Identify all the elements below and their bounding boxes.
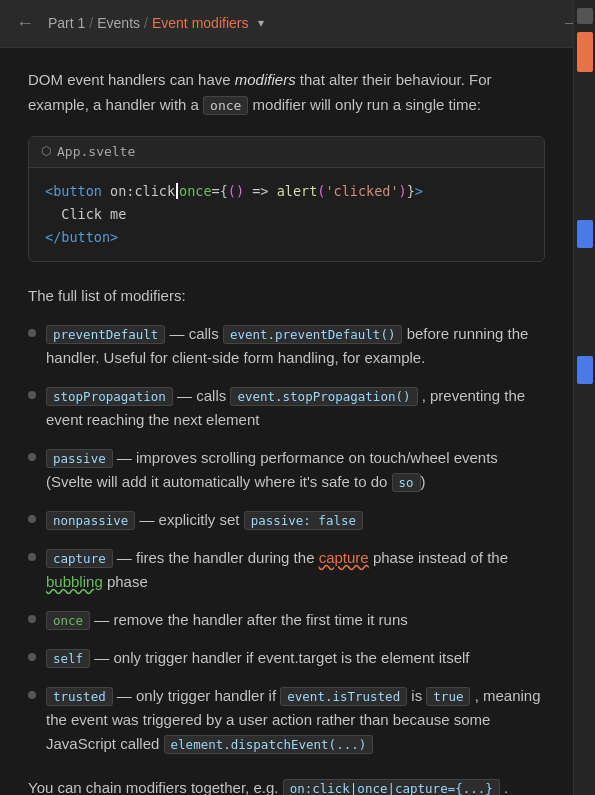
bullet-dot xyxy=(28,329,36,337)
modifier-code: once xyxy=(46,611,90,630)
bullet-dot xyxy=(28,515,36,523)
intro-em: modifiers xyxy=(235,71,296,88)
item-desc3: phase xyxy=(107,573,148,590)
item-desc2: is xyxy=(411,687,426,704)
top-navigation: ← Part 1 / Events / Event modifiers ▾ → xyxy=(0,0,595,48)
breadcrumb-part2: Events xyxy=(97,12,140,34)
sidebar-icon-1[interactable] xyxy=(577,8,593,24)
sidebar-icon-blue2[interactable] xyxy=(577,356,593,384)
bool-code: true xyxy=(426,687,470,706)
bottom-text-before: You can chain modifiers together, e.g. xyxy=(28,779,283,795)
back-button[interactable]: ← xyxy=(10,5,40,42)
bottom-text-after: . xyxy=(504,779,508,795)
bullet-dot xyxy=(28,691,36,699)
right-sidebar xyxy=(573,0,595,795)
list-item: capture — fires the handler during the c… xyxy=(28,546,545,594)
item-content: once — remove the handler after the firs… xyxy=(46,608,545,632)
so-code: so xyxy=(392,473,421,492)
list-item: stopPropagation — calls event.stopPropag… xyxy=(28,384,545,432)
bullet-dot xyxy=(28,391,36,399)
modifier-code: nonpassive xyxy=(46,511,135,530)
sidebar-icon-blue[interactable] xyxy=(577,220,593,248)
method-code: event.stopPropagation() xyxy=(230,387,417,406)
code-block-filename: App.svelte xyxy=(57,142,135,163)
item-desc: — remove the handler after the first tim… xyxy=(94,611,407,628)
item-content: capture — fires the handler during the c… xyxy=(46,546,545,594)
item-desc2: ) xyxy=(421,473,426,490)
capture-link[interactable]: capture xyxy=(319,549,369,566)
item-desc: — only trigger handler if event.target i… xyxy=(94,649,469,666)
value-code: passive: false xyxy=(244,511,363,530)
item-desc: — fires the handler during the xyxy=(117,549,319,566)
item-content: self — only trigger handler if event.tar… xyxy=(46,646,545,670)
intro-inline-code: once xyxy=(203,96,248,115)
list-item: self — only trigger handler if event.tar… xyxy=(28,646,545,670)
item-desc: — improves scrolling performance on touc… xyxy=(46,449,498,490)
modifier-code: stopPropagation xyxy=(46,387,173,406)
item-desc: — only trigger handler if xyxy=(117,687,280,704)
item-desc: — explicitly set xyxy=(139,511,243,528)
code-block: ⬡ App.svelte <button on:clickonce={() =>… xyxy=(28,136,545,263)
item-content: passive — improves scrolling performance… xyxy=(46,446,545,494)
code-line-2: Click me xyxy=(45,203,528,226)
section-heading: The full list of modifiers: xyxy=(28,284,545,308)
file-icon: ⬡ xyxy=(41,142,51,161)
list-item: preventDefault — calls event.preventDefa… xyxy=(28,322,545,370)
modifier-code: preventDefault xyxy=(46,325,165,344)
breadcrumb-sep1: / xyxy=(89,12,93,34)
list-item: passive — improves scrolling performance… xyxy=(28,446,545,494)
list-item: nonpassive — explicitly set passive: fal… xyxy=(28,508,545,532)
modifiers-list: preventDefault — calls event.preventDefa… xyxy=(28,322,545,756)
code-block-header: ⬡ App.svelte xyxy=(29,137,544,169)
method-code: event.preventDefault() xyxy=(223,325,403,344)
modifier-code: trusted xyxy=(46,687,113,706)
list-item: once — remove the handler after the firs… xyxy=(28,608,545,632)
breadcrumb-current: Event modifiers xyxy=(152,12,248,34)
bullet-dot xyxy=(28,615,36,623)
method-code: element.dispatchEvent(...) xyxy=(164,735,374,754)
bullet-dot xyxy=(28,653,36,661)
main-content: DOM event handlers can have modifiers th… xyxy=(0,48,573,795)
breadcrumb-sep2: / xyxy=(144,12,148,34)
modifier-code: passive xyxy=(46,449,113,468)
prop-code: event.isTrusted xyxy=(280,687,407,706)
breadcrumb-part1: Part 1 xyxy=(48,12,85,34)
item-desc: — calls xyxy=(177,387,230,404)
bubbling-link[interactable]: bubbling xyxy=(46,573,103,590)
bottom-line: You can chain modifiers together, e.g. o… xyxy=(28,776,545,795)
sidebar-icon-orange[interactable] xyxy=(577,32,593,72)
bullet-dot xyxy=(28,453,36,461)
breadcrumb: Part 1 / Events / Event modifiers ▾ xyxy=(48,12,547,34)
code-line-3: </button> xyxy=(45,226,528,249)
breadcrumb-dropdown-button[interactable]: ▾ xyxy=(258,14,264,33)
modifier-code: self xyxy=(46,649,90,668)
modifier-code: capture xyxy=(46,549,113,568)
item-content: preventDefault — calls event.preventDefa… xyxy=(46,322,545,370)
list-item: trusted — only trigger handler if event.… xyxy=(28,684,545,756)
bottom-code: on:click|once|capture={...} xyxy=(283,779,500,795)
item-desc2: phase instead of the xyxy=(373,549,508,566)
intro-text-end: modifier will only run a single time: xyxy=(253,96,481,113)
item-content: trusted — only trigger handler if event.… xyxy=(46,684,545,756)
intro-paragraph: DOM event handlers can have modifiers th… xyxy=(28,68,545,118)
intro-text-before-em: DOM event handlers can have xyxy=(28,71,235,88)
item-content: nonpassive — explicitly set passive: fal… xyxy=(46,508,545,532)
code-block-body: <button on:clickonce={() => alert('click… xyxy=(29,168,544,261)
item-content: stopPropagation — calls event.stopPropag… xyxy=(46,384,545,432)
bullet-dot xyxy=(28,553,36,561)
code-line-1: <button on:clickonce={() => alert('click… xyxy=(45,180,528,203)
item-desc: — calls xyxy=(170,325,223,342)
